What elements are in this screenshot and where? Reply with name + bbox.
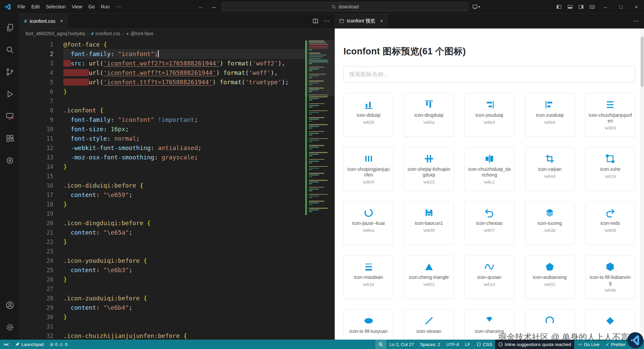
account-icon[interactable] xyxy=(2,294,18,316)
menu-run[interactable]: Run xyxy=(98,3,113,11)
zoom-button[interactable] xyxy=(375,340,386,349)
code-line[interactable]: } xyxy=(63,237,305,247)
code-line[interactable]: font-style: normal; xyxy=(63,134,305,143)
code-line[interactable]: font-size: 16px; xyxy=(63,124,305,134)
tab-iconfont-preview[interactable]: Iconfont 预览 × xyxy=(335,14,388,28)
breadcrumb-item[interactable]: #iconfont.css xyxy=(91,31,120,36)
icon-card[interactable]: icon-quxian\e61d xyxy=(464,255,514,299)
preview-actions-more-icon[interactable]: ⋯ xyxy=(633,17,639,24)
icon-card[interactable]: icon-zuoduiqi\e6b4 xyxy=(525,93,575,137)
menu-edit[interactable]: Edit xyxy=(28,3,43,11)
code-line[interactable] xyxy=(63,247,305,256)
eol-selector[interactable]: LF xyxy=(462,340,474,349)
code-line[interactable]: src: url('iconfont.woff2?t=1765888261944… xyxy=(63,59,305,68)
code-line[interactable]: .icon-zuoduiqi:before { xyxy=(63,294,305,303)
breadcrumb-item[interactable]: font_4660203_agsq7ox0y6q xyxy=(25,31,85,36)
command-center-extra-button[interactable]: ▾ xyxy=(472,4,480,9)
icon-card[interactable]: icon-miaobian\e62d xyxy=(343,255,393,299)
code-line[interactable]: .icon-chuizhijianjujunfen:before { xyxy=(63,331,305,340)
command-center-search[interactable]: download xyxy=(222,2,468,11)
cursor-position[interactable]: Ln 2, Col 27 xyxy=(386,340,417,349)
code-line[interactable]: font-family: "iconfont"; xyxy=(63,49,305,59)
menu-file[interactable]: File xyxy=(14,3,28,11)
icon-card[interactable]: icon-redo\e608 xyxy=(585,201,635,245)
icon-search-input[interactable] xyxy=(343,66,635,83)
icon-card[interactable]: icon-caijian\e644 xyxy=(525,147,575,191)
code-line[interactable]: url('iconfont.ttf?t=1765888261944') form… xyxy=(63,78,305,87)
icon-card[interactable]: icon-chexiao\e607 xyxy=(464,201,514,245)
code-line[interactable]: content: "\e6b4"; xyxy=(63,303,305,312)
toggle-secondary-sidebar-icon[interactable] xyxy=(576,4,587,10)
code-line[interactable]: .iconfont { xyxy=(63,106,305,115)
extensions-icon[interactable] xyxy=(2,127,18,149)
icon-card[interactable]: icon-shejiqi-6shuipingduiqi\e623 xyxy=(404,147,454,191)
icon-card[interactable]: icon-dingduiqi\e65a xyxy=(404,93,454,137)
toggle-panel-icon[interactable] xyxy=(565,4,576,10)
icon-card[interactable]: icon-shuipingjianjujunfen\e904 xyxy=(343,147,393,191)
code-line[interactable] xyxy=(63,209,305,218)
explorer-icon[interactable] xyxy=(2,16,18,39)
code-line[interactable]: .icon-dingduiqi:before { xyxy=(63,218,305,228)
menu-selection[interactable]: Selection xyxy=(43,3,69,11)
code-line[interactable] xyxy=(63,171,305,181)
code-editor[interactable]: 1234567891011121314151617181920212223242… xyxy=(20,39,334,340)
settings-gear-icon[interactable] xyxy=(2,316,18,338)
run-debug-icon[interactable] xyxy=(2,83,18,105)
code-line[interactable]: } xyxy=(63,87,305,96)
code-line[interactable] xyxy=(63,284,305,294)
minimize-button[interactable]: – xyxy=(598,0,613,13)
remote-indicator[interactable]: >< xyxy=(0,340,12,349)
remote-explorer-icon[interactable] xyxy=(2,105,18,127)
launchpad-button[interactable]: Launchpad xyxy=(12,340,47,349)
icon-card[interactable]: icon-baocun1\e609 xyxy=(404,201,454,245)
code-line[interactable]: @font-face { xyxy=(63,40,305,49)
code-line[interactable]: .icon-youduiqi:before { xyxy=(63,256,305,265)
menu-view[interactable]: View xyxy=(69,3,85,11)
minimap[interactable] xyxy=(305,40,334,340)
search-icon[interactable] xyxy=(2,39,18,61)
code-line[interactable]: } xyxy=(63,312,305,322)
icon-card[interactable]: icon-zuhe\e616 xyxy=(585,147,635,191)
tab-close-icon[interactable]: × xyxy=(380,18,383,24)
split-editor-icon[interactable] xyxy=(313,18,318,24)
icon-card[interactable]: icon-xiexian xyxy=(404,309,454,340)
customize-layout-icon[interactable] xyxy=(587,4,598,10)
icon-card[interactable]: icon-tx-fill-liubianxing\e64b xyxy=(585,255,635,299)
line-numbers-gutter[interactable]: 1234567891011121314151617181920212223242… xyxy=(20,40,63,340)
toggle-sidebar-icon[interactable] xyxy=(553,4,565,10)
language-mode[interactable]: {} CSS xyxy=(473,340,495,349)
code-line[interactable]: -moz-osx-font-smoothing: grayscale; xyxy=(63,153,305,162)
icon-card[interactable]: icon-wubianxing\e631 xyxy=(525,255,575,299)
preview-scrollbar[interactable] xyxy=(640,29,644,340)
icon-card[interactable]: icon-tx-fill-tuoyuan xyxy=(343,309,393,340)
code-line[interactable]: content: "\e6b3"; xyxy=(63,265,305,275)
encoding[interactable]: UTF-8 xyxy=(443,340,462,349)
breadcrumb-item[interactable]: ❖@font-face xyxy=(126,31,154,36)
tab-iconfont-css[interactable]: # iconfont.css × xyxy=(20,14,68,28)
code-line[interactable]: } xyxy=(63,162,305,171)
icon-card[interactable]: icon-diduiqi\e659 xyxy=(343,93,393,137)
tab-close-icon[interactable]: × xyxy=(60,18,63,24)
code-line[interactable] xyxy=(63,322,305,331)
source-control-icon[interactable] xyxy=(2,61,18,83)
indentation[interactable]: Spaces: 2 xyxy=(417,340,443,349)
menu-overflow-button[interactable]: ⋯ xyxy=(113,3,124,11)
icon-card[interactable]: icon-chuizhiduiqi_tianchong\e6c1 xyxy=(464,147,514,191)
editor-actions-more-icon[interactable]: ⋯ xyxy=(324,17,329,24)
icon-card[interactable]: icon-chuizhijianjujunfen\e903 xyxy=(585,93,635,137)
icon-card[interactable]: icon-youduiqi\e6b3 xyxy=(464,93,514,137)
code-line[interactable]: url('iconfont.woff?t=1765888261944') for… xyxy=(63,68,305,78)
maximize-button[interactable]: □ xyxy=(613,0,629,13)
close-button[interactable]: × xyxy=(629,0,644,13)
code-line[interactable]: } xyxy=(63,275,305,284)
code-line[interactable]: .icon-diduiqi:before { xyxy=(63,181,305,190)
forward-button[interactable]: → xyxy=(209,3,218,10)
problems-indicator[interactable]: ⊘ 0 ⚠ 0 xyxy=(47,340,71,349)
minimap-viewport[interactable] xyxy=(305,40,334,96)
code-line[interactable]: content: "\e659"; xyxy=(63,190,305,200)
menu-go[interactable]: Go xyxy=(85,3,98,11)
scrollbar-thumb[interactable] xyxy=(641,37,644,87)
live-server-icon[interactable] xyxy=(2,149,18,171)
code-line[interactable] xyxy=(63,96,305,106)
code-line[interactable]: content: "\e65a"; xyxy=(63,228,305,237)
